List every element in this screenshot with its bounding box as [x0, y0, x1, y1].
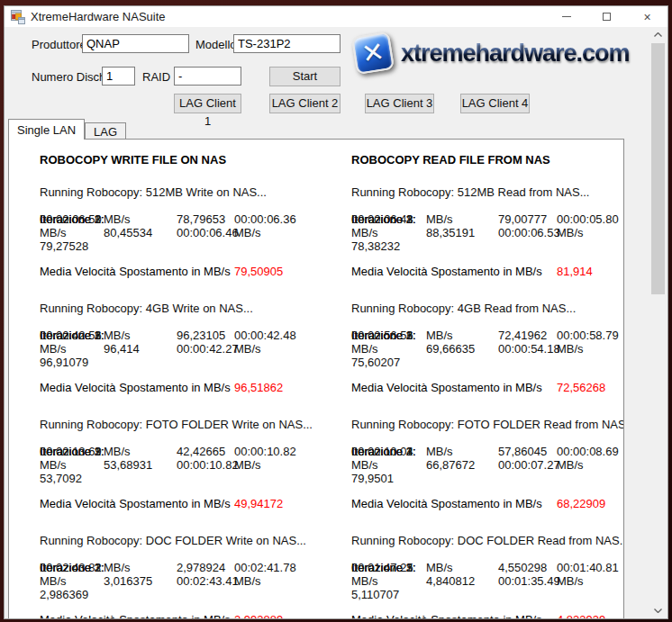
- media-value: 96,51862: [234, 381, 283, 395]
- tab-single-lan[interactable]: Single LAN: [8, 119, 85, 140]
- iteration-unit: MB/s: [426, 329, 498, 342]
- iteration-unit: MB/s: [104, 445, 177, 458]
- media-row: Media Velocità Spostamento in MB/s 49,94…: [40, 497, 315, 511]
- iteration-speed: 69,66635: [426, 342, 498, 356]
- iteration-speed: 80,45534: [104, 226, 177, 239]
- scroll-down-arrow-icon[interactable]: [650, 603, 666, 618]
- app-window: XtremeHardware NASuite × Produttore Mode…: [4, 5, 668, 619]
- robocopy-test-section: Running Robocopy: 512MB Write on NAS... …: [40, 185, 315, 279]
- tab-strip: Single LAN LAG: [8, 121, 126, 140]
- vertical-scrollbar[interactable]: [650, 27, 666, 618]
- running-status: Running Robocopy: DOC FOLDER Read from N…: [351, 534, 623, 548]
- scrollbar-thumb[interactable]: [651, 43, 665, 294]
- media-value: 68,22909: [557, 497, 605, 511]
- xtremehardware-logo: ✕ xtremehardware.com: [354, 28, 642, 78]
- robocopy-test-section: Running Robocopy: 4GB Read from NAS... I…: [351, 302, 623, 395]
- iteration-time: 00:00:10.82: [234, 445, 315, 458]
- running-status: Running Robocopy: 512MB Read from NAS...: [351, 185, 623, 200]
- iteration-unit: MB/s: [104, 561, 177, 574]
- media-row: Media Velocità Spostamento in MB/s 4,833…: [351, 613, 623, 619]
- iteration-label: Iterazione 3:: [40, 561, 104, 574]
- iteration-speed: 2,986369: [40, 588, 104, 601]
- iteration-unit: MB/s: [557, 342, 623, 356]
- iteration-table: Iterazione 1:00:00:42.56MB/s96,23105Iter…: [40, 329, 315, 369]
- media-row: Media Velocità Spostamento in MB/s 2,993…: [40, 613, 315, 619]
- lag-client-3-button[interactable]: LAG Client 3: [365, 94, 434, 113]
- lag-client-2-button[interactable]: LAG Client 2: [269, 94, 341, 113]
- robocopy-test-section: Running Robocopy: FOTO FOLDER Write on N…: [40, 418, 315, 511]
- close-icon: ×: [643, 11, 650, 23]
- iteration-time: 00:00:54.18: [498, 342, 557, 356]
- raid-input[interactable]: [174, 67, 241, 86]
- media-label: Media Velocità Spostamento in MB/s: [351, 613, 557, 619]
- modello-label: Modello: [195, 38, 237, 51]
- iteration-unit: MB/s: [234, 226, 315, 239]
- iteration-unit: MB/s: [40, 458, 104, 472]
- media-label: Media Velocità Spostamento in MB/s: [40, 613, 234, 619]
- iteration-label: Iterazione 3:: [351, 212, 416, 226]
- start-button[interactable]: Start: [269, 67, 341, 86]
- iteration-label: Iterazione 3:: [351, 445, 416, 458]
- iteration-unit: MB/s: [351, 342, 426, 356]
- lag-client-1-button[interactable]: LAG Client 1: [174, 94, 241, 113]
- window-title: XtremeHardware NASuite: [31, 10, 166, 23]
- media-value: 81,914: [557, 265, 593, 279]
- iteration-speed: 78,38232: [351, 239, 426, 253]
- media-label: Media Velocità Spostamento in MB/s: [40, 497, 234, 511]
- minimize-button[interactable]: [546, 6, 586, 27]
- iteration-speed: 96,23105: [177, 329, 234, 342]
- scroll-up-arrow-icon[interactable]: [650, 27, 666, 42]
- xtremehardware-x-badge-icon: ✕: [351, 32, 395, 75]
- iteration-time: 00:00:06.36: [234, 212, 315, 226]
- iteration-unit: MB/s: [234, 342, 315, 356]
- iteration-unit: MB/s: [426, 561, 498, 574]
- iteration-time: 00:02:41.78: [234, 561, 315, 574]
- robocopy-test-section: Running Robocopy: DOC FOLDER Read from N…: [351, 534, 623, 619]
- media-value: 2,993889: [234, 613, 283, 619]
- iteration-table: Iterazione 1:00:02:43.82MB/s2,978924Iter…: [40, 561, 315, 601]
- iteration-unit: MB/s: [351, 226, 426, 239]
- lag-client-4-button[interactable]: LAG Client 4: [460, 94, 530, 113]
- logo-text: xtremehardware.com: [401, 40, 630, 68]
- iteration-table: Iterazione 1:00:00:13.69MB/s42,42665Iter…: [40, 445, 315, 485]
- iteration-speed: 79,00777: [498, 212, 557, 226]
- iteration-speed: 4,550298: [498, 561, 557, 574]
- iteration-speed: 72,41962: [498, 329, 557, 342]
- iteration-table: Iterazione 1:00:00:06.50MB/s78,79653Iter…: [40, 212, 315, 253]
- robocopy-test-section: Running Robocopy: DOC FOLDER Write on NA…: [40, 534, 315, 619]
- close-button[interactable]: ×: [627, 6, 667, 27]
- iteration-unit: MB/s: [234, 458, 315, 472]
- maximize-icon: [603, 13, 611, 21]
- robocopy-test-section: Running Robocopy: 512MB Read from NAS...…: [351, 185, 623, 279]
- media-value: 72,56268: [557, 381, 605, 395]
- iteration-speed: 3,016375: [104, 574, 177, 588]
- maximize-button[interactable]: [586, 6, 627, 27]
- read-results-column: ROBOCOPY READ FILE FROM NAS Running Robo…: [315, 140, 623, 619]
- media-label: Media Velocità Spostamento in MB/s: [40, 265, 234, 279]
- iteration-unit: MB/s: [104, 329, 177, 342]
- minimize-icon: [562, 16, 571, 17]
- iteration-table: Iterazione 1:00:00:56.56MB/s72,41962Iter…: [351, 329, 623, 369]
- iteration-unit: MB/s: [426, 212, 498, 226]
- media-row: Media Velocità Spostamento in MB/s 68,22…: [351, 497, 623, 511]
- produttore-input[interactable]: [82, 34, 189, 53]
- modello-input[interactable]: [233, 34, 341, 53]
- iteration-unit: MB/s: [40, 574, 104, 588]
- iteration-time: 00:02:43.41: [177, 574, 234, 588]
- media-row: Media Velocità Spostamento in MB/s 96,51…: [40, 381, 315, 395]
- media-value: 79,50905: [234, 265, 283, 279]
- media-label: Media Velocità Spostamento in MB/s: [351, 265, 557, 279]
- iteration-unit: MB/s: [40, 342, 104, 356]
- iteration-time: 00:00:08.69: [557, 445, 623, 458]
- tab-lag[interactable]: LAG: [85, 122, 126, 140]
- iteration-time: 00:01:40.81: [557, 561, 623, 574]
- iteration-speed: 4,840812: [426, 574, 498, 588]
- iteration-time: 00:00:06.53: [498, 226, 557, 239]
- numero-dischi-input[interactable]: [102, 67, 135, 86]
- iteration-speed: 53,68931: [104, 458, 177, 472]
- titlebar: XtremeHardware NASuite ×: [5, 6, 667, 27]
- iteration-time: 00:00:05.80: [557, 212, 623, 226]
- results-page: ROBOCOPY WRITE FILE ON NAS Running Roboc…: [8, 139, 624, 619]
- iteration-unit: MB/s: [557, 574, 623, 588]
- numero-dischi-label: Numero Dischi: [32, 70, 108, 84]
